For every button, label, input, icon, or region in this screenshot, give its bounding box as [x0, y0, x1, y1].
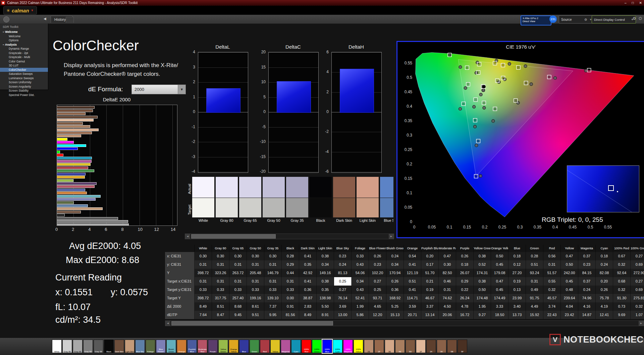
table-cell[interactable]: 0.34 — [386, 260, 404, 269]
table-cell[interactable]: 9.95 — [264, 311, 282, 319]
table-cell[interactable]: 81.56 — [282, 311, 299, 319]
table-cell[interactable]: 12.20 — [369, 311, 386, 319]
table-cell[interactable]: 4.04 — [561, 302, 578, 311]
table-cell[interactable]: 0.22 — [456, 286, 474, 294]
table-cell[interactable]: 14.87 — [578, 311, 596, 319]
table-cell[interactable]: 0.24 — [596, 260, 613, 269]
table-cell[interactable]: 0.69 — [631, 260, 644, 269]
table-cell[interactable]: 84.15 — [578, 269, 596, 277]
table-cell[interactable]: 91.30 — [613, 294, 631, 302]
table-cell[interactable]: 9.27 — [474, 311, 491, 319]
table-cell[interactable]: 0.28 — [526, 252, 543, 260]
table-cell[interactable]: 0.41 — [299, 252, 317, 260]
power-icon[interactable]: ⏻ — [639, 16, 642, 21]
table-cell[interactable]: 0.47 — [491, 277, 508, 286]
patch-button-2k[interactable]: 2K — [426, 340, 436, 353]
table-cell[interactable]: 317.75 — [212, 294, 229, 302]
sidebar-item-dynamic-range[interactable]: Dynamic Range — [0, 47, 48, 51]
table-cell[interactable]: 174.49 — [491, 294, 508, 302]
table-cell[interactable]: 8.47 — [212, 311, 229, 319]
table-cell[interactable]: 4.19 — [596, 302, 613, 311]
table-cell[interactable]: 0.32 — [631, 302, 644, 311]
patch-button-gray-35[interactable]: Gray 35 — [94, 340, 103, 353]
table-cell[interactable]: 0.45 — [491, 260, 508, 269]
table-cell[interactable]: 0.50 — [491, 252, 508, 260]
table-cell[interactable]: 4.49 — [526, 302, 543, 311]
table-cell[interactable]: 82.08 — [596, 269, 613, 277]
table-cell[interactable]: 4.78 — [456, 302, 474, 311]
table-cell[interactable]: 0.55 — [543, 277, 561, 286]
patch-button-5d[interactable]: 5D — [406, 340, 415, 353]
table-cell[interactable]: 23.42 — [561, 311, 578, 319]
de-formula-dropdown[interactable]: 2000 ▼ — [131, 85, 186, 94]
patch-button-2f[interactable]: 2F — [374, 340, 384, 353]
table-cell[interactable]: 174.48 — [474, 294, 491, 302]
table-cell[interactable]: 3.40 — [508, 302, 526, 311]
table-cell[interactable]: 16.72 — [456, 311, 474, 319]
table-cell[interactable]: 0.68 — [613, 277, 631, 286]
table-cell[interactable]: 13.73 — [508, 311, 526, 319]
patch-button-5b[interactable]: 5B — [447, 340, 457, 353]
table-cell[interactable]: 0.32 — [613, 260, 631, 269]
table-cell[interactable]: 3.69 — [334, 302, 352, 311]
table-cell[interactable]: 0.47 — [561, 252, 578, 260]
table-cell[interactable]: 0.33 — [212, 286, 229, 294]
table-cell[interactable]: 0.41 — [404, 260, 421, 269]
table-cell[interactable]: 205.48 — [247, 269, 264, 277]
table-cell[interactable]: 0.31 — [247, 260, 264, 269]
table-cell[interactable]: 8.49 — [195, 302, 212, 311]
patch-button-yellow[interactable]: Yellow — [270, 340, 280, 353]
table-cell[interactable]: 0.38 — [317, 252, 334, 260]
gear-icon[interactable]: ⚙ — [584, 18, 587, 21]
scroll-right-icon[interactable]: ► — [639, 321, 644, 326]
table-cell[interactable]: 0.33 — [264, 286, 282, 294]
table-cell[interactable]: 139.10 — [264, 294, 282, 302]
table-cell[interactable]: 0.27 — [334, 286, 352, 294]
table-cell[interactable]: 0.29 — [282, 260, 299, 269]
table-cell[interactable]: 0.31 — [526, 277, 543, 286]
calman-menu-button[interactable]: ✳ calman ▼ — [3, 6, 37, 14]
table-cell[interactable]: 0.31 — [212, 277, 229, 286]
table-cell[interactable]: 0.31 — [247, 277, 264, 286]
table-cell[interactable]: 0.25 — [334, 277, 352, 286]
patch-button-cyan[interactable]: Cyan — [291, 340, 301, 353]
table-cell[interactable]: 51.70 — [421, 269, 439, 277]
table-cell[interactable]: 0.50 — [561, 260, 578, 269]
table-cell[interactable]: 0.26 — [386, 277, 404, 286]
patch-button-orange[interactable]: Orange — [177, 340, 186, 353]
table-cell[interactable]: 0.18 — [596, 252, 613, 260]
close-button[interactable]: ✕ — [639, 1, 642, 5]
sidebar-item-welcome[interactable]: Welcome — [0, 34, 48, 39]
patch-button-moderate-red[interactable]: Moderate Red — [198, 340, 207, 353]
table-cell[interactable]: 0.44 — [282, 269, 299, 277]
table-cell[interactable]: 199.16 — [247, 294, 264, 302]
patch-button-100-yellow[interactable]: 100% Yellow — [354, 340, 363, 353]
table-cell[interactable]: 0.52 — [474, 260, 491, 269]
table-cell[interactable]: 0.45 — [491, 286, 508, 294]
sidebar-item-color-gamut[interactable]: Color Gamut — [0, 59, 48, 64]
table-cell[interactable]: 0.51 — [404, 277, 421, 286]
table-cell[interactable]: 0.31 — [229, 277, 247, 286]
table-cell[interactable]: 257.40 — [229, 294, 247, 302]
table-cell[interactable]: 398.72 — [195, 269, 212, 277]
table-cell[interactable]: 38.87 — [299, 294, 317, 302]
table-cell[interactable]: 0.32 — [543, 286, 561, 294]
table-cell[interactable]: 8.61 — [247, 302, 264, 311]
table-cell[interactable]: 0.31 — [195, 277, 212, 286]
workspace-menu-button[interactable] — [3, 16, 9, 22]
patch-button-orange-yellow[interactable]: Orange Yellow — [229, 340, 238, 353]
table-cell[interactable]: 46.67 — [421, 294, 439, 302]
table-cell[interactable]: 26.24 — [456, 294, 474, 302]
collapse-sidebar-icon[interactable]: ◀ — [44, 17, 46, 20]
table-cell[interactable]: 0.31 — [264, 260, 282, 269]
table-cell[interactable]: 9.69 — [613, 311, 631, 319]
table-cell[interactable]: 7.64 — [195, 311, 212, 319]
table-cell[interactable]: 0.23 — [334, 252, 352, 260]
scroll-left-icon[interactable]: ◄ — [185, 234, 190, 239]
table-cell[interactable]: 0.34 — [317, 260, 334, 269]
table-cell[interactable]: 0.20 — [596, 277, 613, 286]
table-cell[interactable]: 0.31 — [195, 260, 212, 269]
patch-button-100-green[interactable]: 100% Green — [312, 340, 322, 353]
table-cell[interactable]: 0.25 — [369, 286, 386, 294]
patch-button-red[interactable]: Red — [260, 340, 270, 353]
